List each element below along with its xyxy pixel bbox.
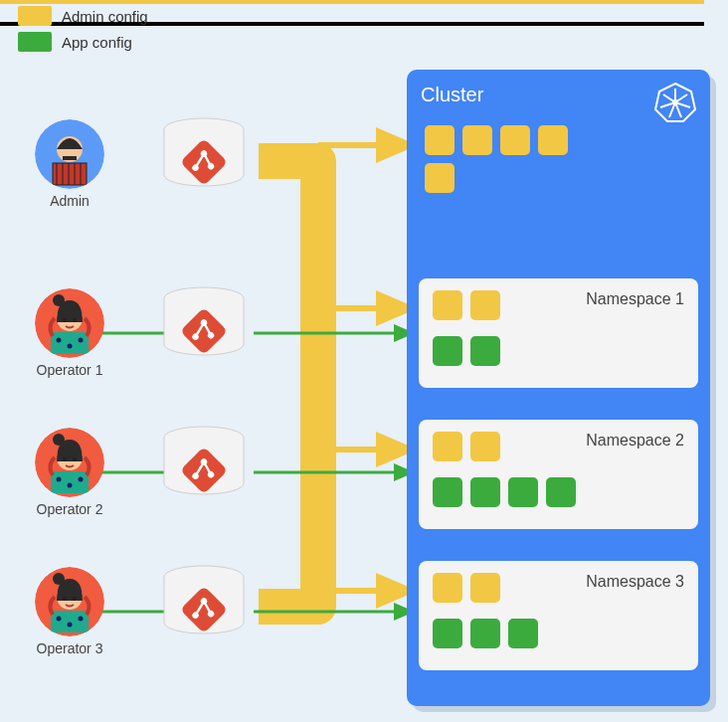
config-block	[500, 125, 530, 155]
config-block	[470, 619, 500, 648]
svg-point-45	[57, 477, 62, 482]
namespace-3-blocks	[433, 573, 607, 648]
config-block	[433, 336, 462, 366]
svg-point-29	[57, 338, 62, 343]
namespace-1-title: Namespace 1	[586, 290, 684, 308]
actor-operator-1: Operator 1	[15, 288, 124, 378]
git-repo-icon	[159, 565, 249, 644]
config-block	[425, 125, 455, 155]
config-block	[433, 477, 462, 507]
avatar-operator-icon	[35, 567, 104, 636]
svg-point-63	[68, 623, 73, 628]
config-block	[433, 290, 462, 320]
kubernetes-icon	[654, 82, 696, 123]
avatar-operator-icon	[35, 288, 104, 358]
config-block	[470, 432, 500, 461]
config-block	[538, 125, 568, 155]
config-block	[470, 336, 500, 366]
actor-admin: Admin	[15, 119, 124, 209]
git-repo-op1	[159, 286, 249, 366]
namespace-2-blocks	[433, 432, 607, 507]
legend: Admin config App config	[18, 4, 148, 54]
svg-point-49	[53, 434, 65, 446]
actor-admin-label: Admin	[15, 193, 124, 209]
config-block	[508, 619, 538, 648]
config-block	[546, 477, 576, 507]
config-block	[433, 573, 462, 603]
svg-point-65	[53, 573, 65, 585]
legend-row-admin: Admin config	[18, 4, 148, 28]
git-repo-op2	[159, 426, 249, 505]
namespace-3: Namespace 3	[419, 561, 698, 670]
git-repo-op3	[159, 565, 249, 644]
svg-point-66	[63, 597, 67, 601]
avatar-admin-icon	[35, 119, 104, 189]
namespace-2: Namespace 2	[419, 420, 698, 529]
git-repo-icon	[159, 286, 249, 366]
svg-rect-11	[53, 163, 87, 185]
legend-row-app: App config	[18, 30, 148, 54]
actor-operator3-label: Operator 3	[15, 640, 124, 656]
svg-rect-44	[51, 471, 89, 493]
git-repo-icon	[159, 426, 249, 505]
config-block	[470, 573, 500, 603]
namespace-1: Namespace 1	[419, 278, 698, 388]
config-block	[433, 432, 462, 461]
namespace-3-title: Namespace 3	[586, 573, 684, 591]
actor-operator2-label: Operator 2	[15, 501, 124, 517]
svg-point-67	[73, 597, 77, 601]
svg-rect-60	[51, 611, 89, 632]
config-block	[470, 290, 500, 320]
avatar-operator-icon	[35, 428, 104, 497]
svg-point-34	[63, 318, 67, 322]
svg-point-30	[79, 338, 84, 343]
svg-point-35	[73, 318, 77, 322]
legend-swatch-green	[18, 32, 52, 52]
svg-rect-28	[51, 332, 89, 354]
config-block	[425, 163, 455, 193]
legend-admin-label: Admin config	[62, 8, 148, 25]
svg-point-51	[73, 457, 77, 461]
actor-operator1-label: Operator 1	[15, 362, 124, 378]
svg-point-47	[68, 483, 73, 488]
cluster-admin-blocks	[425, 125, 589, 193]
cluster-panel: Cluster Namespace 1 Namespace 2 Namespac…	[407, 70, 710, 706]
svg-point-61	[57, 617, 62, 622]
actor-operator-2: Operator 2	[15, 428, 124, 517]
svg-line-78	[675, 94, 687, 102]
config-block	[508, 477, 538, 507]
namespace-1-blocks	[433, 290, 607, 366]
svg-point-46	[79, 477, 84, 482]
git-repo-icon	[159, 117, 249, 197]
config-block	[433, 619, 462, 648]
config-block	[462, 125, 492, 155]
svg-point-31	[68, 344, 73, 349]
svg-line-83	[663, 94, 675, 102]
svg-point-33	[53, 294, 65, 306]
legend-app-label: App config	[62, 34, 132, 51]
config-block	[470, 477, 500, 507]
svg-rect-19	[63, 156, 77, 160]
svg-point-62	[79, 617, 84, 622]
actor-operator-3: Operator 3	[15, 567, 124, 656]
git-repo-admin	[159, 117, 249, 197]
namespace-2-title: Namespace 2	[586, 432, 684, 450]
svg-point-50	[63, 457, 67, 461]
legend-swatch-yellow	[18, 6, 52, 26]
